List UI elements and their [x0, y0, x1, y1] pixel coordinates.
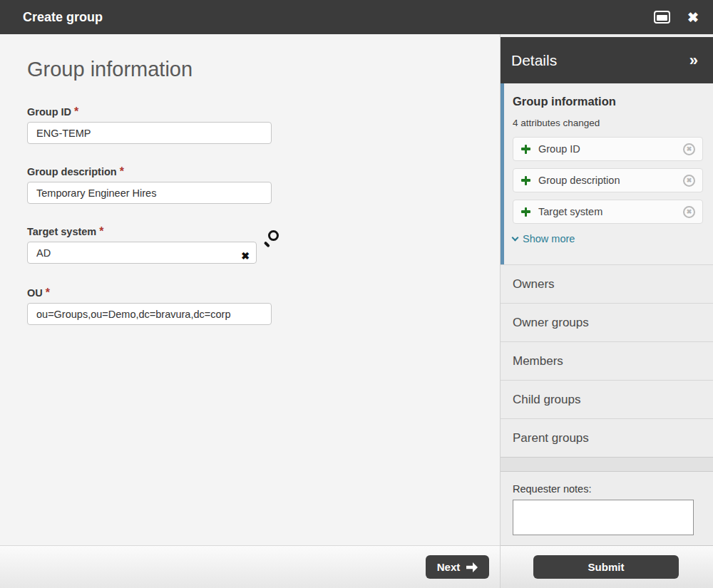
search-icon[interactable]: [263, 230, 279, 246]
section-item-label: Members: [513, 354, 563, 368]
change-card-target-system[interactable]: Target system ✖: [513, 200, 703, 224]
field-label-row: Target system*: [27, 225, 257, 238]
collapse-sidebar-icon[interactable]: »: [689, 51, 698, 70]
attributes-changed-status: 4 attributes changed: [513, 118, 703, 128]
sidebar-spacer: [501, 457, 713, 472]
sidebar-footer: Submit: [501, 545, 713, 588]
titlebar-actions: ✖: [654, 11, 699, 24]
group-description-label: Group description: [27, 166, 117, 177]
section-item-label: Child groups: [513, 393, 580, 407]
maximize-icon[interactable]: [654, 11, 670, 24]
target-system-input[interactable]: [27, 242, 257, 264]
next-button[interactable]: Next: [426, 555, 489, 579]
group-id-input[interactable]: [27, 122, 272, 144]
clear-icon[interactable]: ✖: [241, 251, 250, 261]
section-item-label: Parent groups: [513, 431, 589, 445]
required-marker: *: [46, 287, 50, 299]
target-system-lookup: ✖: [27, 242, 257, 264]
chevron-down-icon: [512, 234, 519, 242]
change-label: Target system: [538, 206, 602, 217]
close-icon[interactable]: ✖: [687, 11, 699, 24]
group-id-label: Group ID: [27, 106, 71, 118]
sidebar-item-members[interactable]: Members: [501, 341, 713, 380]
change-label: Group description: [538, 175, 620, 186]
group-description-input[interactable]: [27, 182, 272, 204]
field-label-row: OU*: [27, 287, 272, 299]
change-card-group-description[interactable]: Group description ✖: [513, 168, 703, 192]
section-list: Owners Owner groups Members Child groups…: [501, 264, 713, 457]
plus-icon: [521, 207, 530, 217]
field-group-id: Group ID*: [27, 105, 272, 144]
field-label-row: Group description*: [27, 165, 272, 178]
remove-change-icon[interactable]: ✖: [683, 143, 695, 155]
sidebar-item-parent-groups[interactable]: Parent groups: [501, 418, 713, 457]
plus-icon: [521, 176, 530, 185]
section-item-label: Owners: [513, 277, 555, 292]
search-lens: [268, 230, 279, 241]
remove-change-icon[interactable]: ✖: [683, 206, 695, 218]
show-more-label: Show more: [523, 233, 575, 244]
create-group-dialog: Create group ✖ Group information Group I…: [0, 0, 713, 588]
target-system-label: Target system: [27, 226, 96, 237]
field-group-description: Group description*: [27, 165, 272, 204]
search-handle: [264, 241, 270, 247]
change-card-group-id[interactable]: Group ID ✖: [513, 137, 703, 161]
submit-button-label: Submit: [588, 561, 625, 573]
change-cards: Group ID ✖ Group description ✖ Target sy…: [513, 137, 703, 224]
next-button-label: Next: [437, 561, 461, 573]
required-marker: *: [74, 105, 78, 118]
field-ou: OU*: [27, 287, 272, 325]
change-label: Group ID: [538, 143, 580, 155]
remove-change-icon[interactable]: ✖: [683, 175, 695, 187]
show-more-link[interactable]: Show more: [513, 233, 703, 244]
plus-icon: [521, 145, 530, 154]
details-header[interactable]: Details »: [501, 37, 713, 83]
page-title: Group information: [27, 58, 193, 81]
requester-notes-area: Requester notes:: [501, 472, 713, 545]
field-label-row: Group ID*: [27, 105, 272, 118]
section-title: Group information: [513, 95, 703, 108]
sidebar-item-owners[interactable]: Owners: [501, 264, 713, 303]
details-sidebar: Details » Group information 4 attributes…: [500, 34, 713, 588]
main-panel: Group information Group ID* Group descri…: [0, 34, 500, 588]
details-title: Details: [511, 52, 557, 69]
requester-notes-label: Requester notes:: [513, 483, 713, 495]
required-marker: *: [99, 225, 103, 237]
window-title: Create group: [23, 10, 103, 25]
ou-label: OU: [27, 287, 43, 299]
submit-button[interactable]: Submit: [533, 555, 679, 579]
requester-notes-textarea[interactable]: [513, 500, 694, 535]
ou-input[interactable]: [27, 303, 272, 325]
main-footer: Next: [0, 545, 500, 588]
field-target-system: Target system* ✖: [27, 225, 257, 264]
sidebar-item-owner-groups[interactable]: Owner groups: [501, 303, 713, 341]
group-information-section: Group information 4 attributes changed G…: [501, 83, 713, 264]
required-marker: *: [120, 165, 124, 177]
titlebar: Create group ✖: [0, 0, 713, 34]
sidebar-item-child-groups[interactable]: Child groups: [501, 380, 713, 418]
section-item-label: Owner groups: [513, 316, 589, 330]
arrow-right-icon: [466, 562, 478, 572]
